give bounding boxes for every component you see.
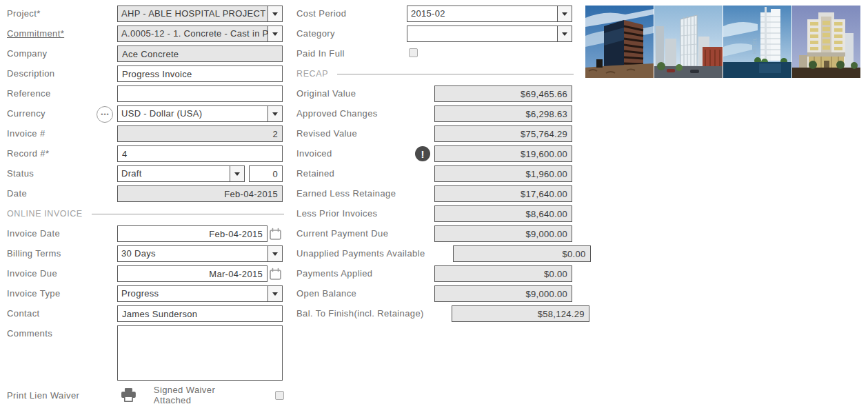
recap-row: Approved Changes bbox=[296, 105, 574, 122]
commitment-select[interactable]: A.0005-12 - 1. Concrete - Cast in Place bbox=[117, 26, 283, 42]
paid-in-full-checkbox[interactable] bbox=[409, 48, 418, 57]
record-number-label: Record #* bbox=[7, 145, 117, 159]
dropdown-arrow-icon[interactable] bbox=[268, 26, 283, 42]
recap-value-field bbox=[434, 205, 572, 222]
recap-value-field bbox=[434, 145, 572, 162]
category-label: Category bbox=[296, 26, 407, 39]
invoice-type-value[interactable]: Progress bbox=[117, 285, 268, 302]
status-value[interactable]: Draft bbox=[117, 165, 230, 182]
project-select[interactable]: AHP - ABLE HOSPITAL PROJECT bbox=[117, 6, 283, 22]
recap-row: Payments Applied bbox=[296, 265, 574, 282]
cost-period-select[interactable]: 2015-02 bbox=[407, 6, 572, 22]
description-row: Description bbox=[7, 66, 284, 82]
invoice-due-label: Invoice Due bbox=[7, 265, 117, 279]
record-number-field[interactable] bbox=[117, 145, 283, 162]
invoice-number-row: Invoice # bbox=[7, 125, 284, 142]
currency-select[interactable]: USD - Dollar (USA) bbox=[117, 105, 283, 122]
category-select[interactable] bbox=[407, 26, 572, 42]
status-select[interactable]: Draft bbox=[117, 165, 245, 182]
dropdown-arrow-icon[interactable] bbox=[230, 165, 245, 182]
invoice-date-label: Invoice Date bbox=[7, 225, 117, 239]
recap-row-label: Unapplied Payments Available bbox=[296, 245, 425, 259]
recap-row-label: Invoiced bbox=[296, 145, 407, 159]
recap-row: Original Value bbox=[296, 85, 574, 102]
recap-value-field bbox=[434, 85, 572, 102]
invoice-form-middle: Cost Period 2015-02 Category Paid In Ful… bbox=[296, 6, 574, 325]
dropdown-arrow-icon[interactable] bbox=[268, 245, 283, 262]
print-lien-waiver-row: Print Lien Waiver Signed Waiver Attached bbox=[7, 385, 284, 405]
recap-row-label: Revised Value bbox=[296, 125, 407, 139]
contact-field[interactable] bbox=[117, 305, 283, 322]
recap-row-label: Less Prior Invoices bbox=[296, 205, 407, 219]
billing-terms-select[interactable]: 30 Days bbox=[117, 245, 283, 262]
recap-row: Earned Less Retainage bbox=[296, 185, 574, 202]
comments-row: Comments bbox=[7, 325, 284, 381]
invoice-type-select[interactable]: Progress bbox=[117, 285, 283, 302]
invoice-due-row: Invoice Due bbox=[7, 265, 284, 282]
reference-label: Reference bbox=[7, 85, 117, 99]
dropdown-arrow-icon[interactable] bbox=[557, 26, 572, 42]
recap-rows: Original Value Approved Changes Revised … bbox=[296, 85, 574, 322]
white-highrise-street-rendering[interactable] bbox=[654, 6, 723, 78]
commitment-label-link[interactable]: Commitment* bbox=[7, 26, 117, 39]
date-field bbox=[117, 185, 283, 202]
recap-value-field bbox=[434, 165, 572, 182]
recap-row: Less Prior Invoices bbox=[296, 205, 574, 222]
signed-waiver-attached-checkbox[interactable] bbox=[275, 391, 284, 400]
tan-midrise-rendering[interactable] bbox=[792, 6, 860, 78]
dropdown-arrow-icon[interactable] bbox=[557, 6, 572, 22]
commitment-value[interactable]: A.0005-12 - 1. Concrete - Cast in Place bbox=[117, 26, 268, 42]
currency-value[interactable]: USD - Dollar (USA) bbox=[117, 105, 268, 122]
recap-value-field bbox=[434, 225, 572, 242]
recap-value-field bbox=[434, 125, 572, 142]
billing-terms-value[interactable]: 30 Days bbox=[117, 245, 268, 262]
more-options-icon[interactable]: ••• bbox=[97, 106, 113, 123]
recap-row-label: Earned Less Retainage bbox=[296, 185, 407, 199]
recap-row-label: Retained bbox=[296, 165, 407, 179]
status-revision-field[interactable] bbox=[249, 165, 283, 182]
company-label: Company bbox=[7, 46, 117, 59]
printer-icon[interactable] bbox=[121, 387, 137, 403]
currency-label: Currency ••• bbox=[7, 105, 117, 119]
description-label: Description bbox=[7, 66, 117, 79]
company-row: Company bbox=[7, 46, 284, 62]
alert-icon: ! bbox=[415, 146, 430, 161]
reference-field[interactable] bbox=[117, 85, 283, 102]
project-label: Project* bbox=[7, 6, 117, 19]
project-photo-strip: HOTEL bbox=[585, 6, 860, 78]
billing-terms-label: Billing Terms bbox=[7, 245, 117, 259]
cost-period-value[interactable]: 2015-02 bbox=[407, 6, 558, 22]
recap-row-label: Original Value bbox=[296, 85, 407, 99]
invoice-date-row: Invoice Date bbox=[7, 225, 284, 242]
project-row: Project* AHP - ABLE HOSPITAL PROJECT bbox=[7, 6, 284, 22]
dropdown-arrow-icon[interactable] bbox=[268, 285, 283, 302]
recap-row: Unapplied Payments Available bbox=[296, 245, 574, 262]
category-value[interactable] bbox=[407, 26, 558, 42]
commitment-row: Commitment* A.0005-12 - 1. Concrete - Ca… bbox=[7, 26, 284, 42]
invoice-due-field[interactable] bbox=[117, 265, 268, 282]
contact-row: Contact bbox=[7, 305, 284, 322]
reference-row: Reference bbox=[7, 85, 284, 102]
recap-section-header: RECAP bbox=[296, 66, 574, 82]
recap-value-field bbox=[434, 185, 572, 202]
description-field[interactable] bbox=[117, 66, 283, 82]
comments-field[interactable] bbox=[117, 325, 283, 381]
cost-period-row: Cost Period 2015-02 bbox=[296, 6, 574, 22]
recap-value-field bbox=[453, 245, 591, 262]
paid-in-full-label: Paid In Full bbox=[296, 46, 407, 59]
comments-label: Comments bbox=[7, 325, 117, 339]
recap-row-label: Open Balance bbox=[296, 285, 407, 299]
invoice-number-label: Invoice # bbox=[7, 125, 117, 139]
dropdown-arrow-icon[interactable] bbox=[268, 105, 283, 122]
category-row: Category bbox=[296, 26, 574, 42]
brown-office-building-photo[interactable] bbox=[585, 6, 654, 78]
calendar-icon[interactable] bbox=[270, 268, 281, 280]
recap-row: Retained bbox=[296, 165, 574, 182]
dropdown-arrow-icon[interactable] bbox=[268, 6, 283, 22]
company-field bbox=[117, 46, 283, 62]
project-value[interactable]: AHP - ABLE HOSPITAL PROJECT bbox=[117, 6, 268, 22]
calendar-icon[interactable] bbox=[270, 228, 281, 240]
waterfront-tower-rendering[interactable]: HOTEL bbox=[723, 6, 791, 78]
invoice-date-field[interactable] bbox=[117, 225, 268, 242]
recap-row-label: Approved Changes bbox=[296, 105, 407, 119]
